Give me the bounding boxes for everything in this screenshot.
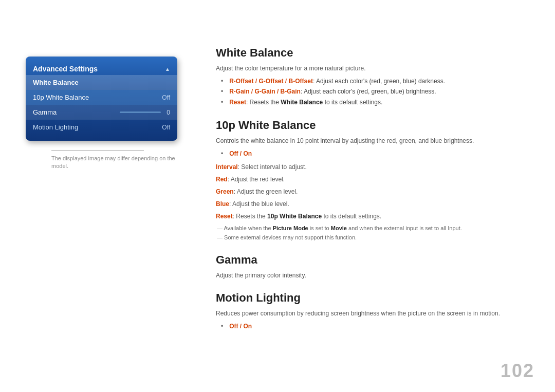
10p-line-interval: Interval: Select interval to adjust. [216, 162, 534, 172]
section-title-white-balance: White Balance [216, 46, 534, 60]
bullet-content: R-Gain / G-Gain / B-Gain: Adjust each co… [229, 86, 436, 97]
section-10p-white-balance: 10p White Balance Controls the white bal… [216, 119, 534, 241]
10p-offon-bullets: Off / On [216, 148, 534, 159]
sidebar-item-label: 10p White Balance [33, 94, 89, 101]
sidebar-item-label: Gamma [33, 108, 57, 116]
advanced-settings-box: Advanced Settings ▲ White Balance 10p Wh… [26, 57, 177, 141]
sidebar-item-10p-white-balance[interactable]: 10p White Balance Off [26, 90, 177, 105]
10p-line-blue: Blue: Adjust the blue level. [216, 199, 534, 209]
bullet-item-offon: Off / On [221, 148, 534, 159]
sidebar-item-label: Motion Lighting [33, 123, 78, 131]
sidebar-item-motion-lighting[interactable]: Motion Lighting Off [26, 120, 177, 135]
page-number: 102 [501, 360, 534, 382]
bullet-content: Reset: Resets the White Balance to its d… [229, 97, 382, 107]
section-title-10p: 10p White Balance [216, 119, 534, 132]
main-content: White Balance Adjust the color temperatu… [216, 46, 534, 361]
bullet-item-offon: Off / On [221, 321, 534, 331]
offon-label: Off / On [229, 148, 252, 159]
10p-line-green: Green: Adjust the green level. [216, 187, 534, 196]
10p-desc: Controls the white balance in 10 point i… [216, 136, 534, 145]
10p-line-reset: Reset: Resets the 10p White Balance to i… [216, 212, 534, 221]
sidebar-item-label: White Balance [33, 79, 79, 86]
white-balance-desc: Adjust the color temperature for a more … [216, 64, 534, 73]
arrow-up-icon: ▲ [165, 66, 170, 72]
gamma-value: 0 [164, 109, 170, 116]
section-title-gamma: Gamma [216, 253, 534, 267]
section-white-balance: White Balance Adjust the color temperatu… [216, 46, 534, 107]
sidebar-item-value: Off [162, 94, 170, 101]
sidebar-item-value: Off [162, 124, 170, 131]
offon-label: Off / On [229, 321, 252, 331]
gamma-slider-bar[interactable] [120, 111, 161, 113]
gamma-slider-container: 0 [120, 109, 170, 116]
section-title-motion-lighting: Motion Lighting [216, 291, 534, 305]
bullet-item: Reset: Resets the White Balance to its d… [221, 97, 534, 107]
10p-line-red: Red: Adjust the red level. [216, 175, 534, 184]
gamma-desc: Adjust the primary color intensity. [216, 271, 534, 280]
disclaimer-text: The displayed image may differ depending… [26, 155, 177, 171]
sidebar-panel: Advanced Settings ▲ White Balance 10p Wh… [26, 57, 177, 171]
note-picture-mode: Available when the Picture Mode is set t… [216, 224, 534, 233]
advanced-settings-title: Advanced Settings ▲ [26, 62, 177, 75]
settings-title-label: Advanced Settings [33, 65, 98, 73]
motion-lighting-bullets: Off / On [216, 321, 534, 331]
separator [51, 150, 144, 151]
sidebar-item-white-balance[interactable]: White Balance [26, 75, 177, 90]
section-motion-lighting: Motion Lighting Reduces power consumptio… [216, 291, 534, 331]
bullet-item: R-Offset / G-Offset / B-Offset: Adjust e… [221, 76, 534, 86]
section-gamma: Gamma Adjust the primary color intensity… [216, 253, 534, 280]
white-balance-bullets: R-Offset / G-Offset / B-Offset: Adjust e… [216, 76, 534, 107]
sidebar-item-gamma[interactable]: Gamma 0 [26, 105, 177, 120]
bullet-content: R-Offset / G-Offset / B-Offset: Adjust e… [229, 76, 445, 86]
note-external-devices: Some external devices may not support th… [216, 233, 534, 242]
bullet-item: R-Gain / G-Gain / B-Gain: Adjust each co… [221, 86, 534, 97]
motion-lighting-desc: Reduces power consumption by reducing sc… [216, 309, 534, 318]
